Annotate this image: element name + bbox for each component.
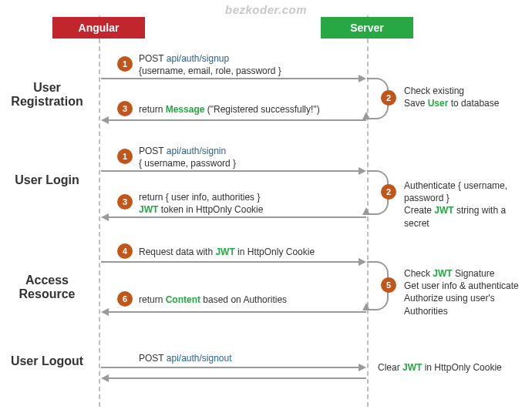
badge-2-login: 2 xyxy=(381,184,396,200)
text: Check existing xyxy=(404,86,464,96)
msg-signout-request: POST api/auth/signout xyxy=(139,352,232,364)
kw-jwt: JWT xyxy=(215,247,234,257)
lifeline-client xyxy=(99,15,100,407)
badge-3-login: 3 xyxy=(117,194,133,210)
badge-5: 5 xyxy=(381,277,396,293)
badge-3-reg: 3 xyxy=(117,101,133,116)
kw-jwt: JWT xyxy=(434,205,453,216)
text: Signature xyxy=(453,268,495,279)
actor-server: Server xyxy=(321,17,413,39)
curve-login-head xyxy=(362,207,370,215)
text-body: {username, email, role, password } xyxy=(139,65,281,76)
text: Create xyxy=(404,205,434,216)
text: token in HttpOnly Cookie xyxy=(158,204,263,215)
badge-1-login: 1 xyxy=(117,149,133,164)
arrow-signout-res xyxy=(109,377,366,379)
kw-content: Content xyxy=(166,294,200,305)
section-access: Access Resource xyxy=(5,273,89,302)
arrow-signout-req xyxy=(101,367,359,368)
text-api: api/auth/signin xyxy=(167,146,226,156)
msg-access-server: Check JWT Signature Get user info & auth… xyxy=(404,267,527,317)
arrow-head-signup-req xyxy=(359,75,366,82)
text-body: { username, password } xyxy=(139,158,236,169)
curve-access-head xyxy=(362,303,370,310)
msg-login-server: Authenticate { username, password } Crea… xyxy=(404,179,527,230)
arrow-signup-res xyxy=(109,119,366,121)
text-method: POST xyxy=(139,146,163,156)
section-registration: User Registration xyxy=(5,81,89,109)
msg-signin-request: POST api/auth/signin { username, passwor… xyxy=(139,145,236,169)
text-api: api/auth/signup xyxy=(167,53,229,64)
msg-signup-request: POST api/auth/signup {username, email, r… xyxy=(139,52,281,77)
msg-access-request: Request data with JWT in HttpOnly Cookie xyxy=(139,246,315,258)
arrow-head-access-res xyxy=(101,308,109,316)
arrow-head-signout-res xyxy=(101,374,109,382)
text: Get user info & authenticate xyxy=(404,280,519,291)
arrow-access-req xyxy=(101,261,359,263)
badge-2-reg: 2 xyxy=(381,90,396,106)
arrow-signin-req xyxy=(101,170,359,172)
kw-jwt: JWT xyxy=(139,204,158,215)
text: return { user info, authorities } xyxy=(139,192,260,203)
text: return xyxy=(139,104,166,115)
kw-jwt: JWT xyxy=(402,362,422,373)
msg-signup-response: return Message ("Registered successfully… xyxy=(139,103,320,116)
text: to database xyxy=(448,98,499,109)
text: ("Registered successfully!") xyxy=(204,104,319,115)
text: return xyxy=(139,294,166,305)
badge-6: 6 xyxy=(117,291,133,307)
badge-4: 4 xyxy=(117,243,133,259)
msg-access-response: return Content based on Authorities xyxy=(139,294,287,306)
text: Authenticate { username, password } xyxy=(404,180,507,203)
text: in HttpOnly Cookie xyxy=(422,362,501,373)
arrow-head-signin-res xyxy=(101,213,109,221)
text: in HttpOnly Cookie xyxy=(235,247,315,257)
text-api: api/auth/signout xyxy=(167,353,232,364)
arrow-signin-res xyxy=(109,216,366,218)
msg-logout-server: Clear JWT in HttpOnly Cookie xyxy=(378,361,527,374)
text: based on Authorities xyxy=(200,294,287,305)
msg-reg-server: Check existing Save User to database xyxy=(404,85,527,109)
text: Check xyxy=(404,268,433,279)
section-logout: User Logout xyxy=(5,354,89,368)
arrow-head-signout-req xyxy=(359,364,366,371)
text: Save xyxy=(404,98,428,109)
msg-signin-response: return { user info, authorities } JWT to… xyxy=(139,191,263,216)
curve-reg-head xyxy=(362,112,370,119)
actor-client: Angular xyxy=(52,17,145,39)
text-method: POST xyxy=(139,353,163,364)
arrow-head-signup-res xyxy=(101,116,109,124)
badge-1: 1 xyxy=(117,56,133,72)
text: Clear xyxy=(378,362,402,373)
watermark: bezkoder.com xyxy=(225,3,307,16)
kw-jwt: JWT xyxy=(433,268,452,279)
text: Request data with xyxy=(139,247,215,257)
text-method: POST xyxy=(139,53,163,64)
arrow-signup-req xyxy=(101,78,359,79)
text: Authorize using user's Authorities xyxy=(404,293,495,316)
arrow-head-access-req xyxy=(359,258,366,266)
arrow-access-res xyxy=(109,311,366,313)
kw-message: Message xyxy=(166,104,205,115)
kw-user: User xyxy=(428,98,449,109)
arrow-head-signin-req xyxy=(359,167,366,175)
section-login: User Login xyxy=(5,173,89,187)
